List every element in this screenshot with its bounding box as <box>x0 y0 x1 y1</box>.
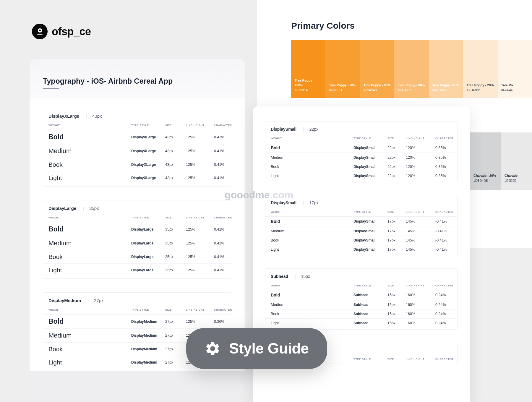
block-size: 27px <box>87 298 103 303</box>
type-style: DisplayLarge <box>131 268 165 272</box>
type-style: DisplayLarge <box>131 227 165 231</box>
character: 0.36% <box>214 320 241 324</box>
character: 0.41% <box>214 149 241 153</box>
grey-swatch: Charade - 20% #D3D4D5 <box>470 132 501 190</box>
type-style: Subhead <box>353 303 387 307</box>
swatch-name: Tree Poppy - 100% <box>295 78 322 88</box>
type-row: Light DisplaySmall 22px 120% 0.35% <box>265 171 457 180</box>
line-height: 120% <box>406 155 435 160</box>
type-style: DisplayXLarge <box>131 176 165 180</box>
weight-sample: Light <box>271 321 353 325</box>
line-height: 125% <box>186 149 214 153</box>
logo-text: ofsp_ce <box>52 25 91 38</box>
color-swatches: Tree Poppy - 100% #F7931A Tree Poppy - 9… <box>291 40 532 98</box>
line-height: 145% <box>406 219 435 223</box>
swatch-name: Tree Poppy - 80% <box>364 83 391 88</box>
line-height: 125% <box>186 255 214 259</box>
block-size: 22px <box>303 127 318 132</box>
type-row: Bold DisplaySmall 17px 145% -0.41% <box>265 217 457 226</box>
type-style: DisplayXLarge <box>131 149 165 153</box>
weight-sample: Light <box>271 174 353 178</box>
style-guide-badge: Style Guide <box>186 328 327 369</box>
weight-sample: Light <box>271 247 353 252</box>
character: 0.35% <box>435 155 462 160</box>
primary-colors-title: Primary Colors <box>291 21 532 31</box>
type-style: Subhead <box>353 312 387 316</box>
type-row: Bold DisplayMedium 27px 125% 0.36% <box>43 315 232 329</box>
swatch-hex: #FEF4E <box>501 88 528 93</box>
type-row: Medium DisplaySmall 17px 145% -0.41% <box>265 226 457 236</box>
type-block: DisplayXLarge 43px WEIGHTTYPE STYLESIZEL… <box>43 108 232 187</box>
type-row: Bold Subhead 15px 160% 0.24% <box>265 290 457 300</box>
table-header: WEIGHTTYPE STYLESIZELINE-HEIGHTCHARACTER <box>265 206 457 217</box>
type-style: DisplaySmall <box>353 229 387 233</box>
weight-sample: Medium <box>271 155 353 160</box>
type-size: 27px <box>165 333 186 338</box>
block-name: DisplaySmall <box>271 200 296 205</box>
type-style: DisplayMedium <box>131 320 165 324</box>
type-size: 15px <box>387 312 406 316</box>
block-size: 15px <box>295 274 310 279</box>
type-block: DisplaySmall 17px WEIGHTTYPE STYLESIZELI… <box>265 195 458 256</box>
grey-swatches: Charade - 20% #D3D4D5 Charade #E9E9E <box>470 130 532 248</box>
weight-sample: Book <box>271 238 353 242</box>
weight-sample: Light <box>48 359 131 366</box>
line-height: 160% <box>406 293 435 297</box>
type-style: DisplayXLarge <box>131 163 165 167</box>
typography-title: Typography - iOS- Airbnb Cereal App <box>43 77 232 85</box>
line-height: 160% <box>406 303 435 307</box>
type-size: 17px <box>387 229 406 233</box>
weight-sample: Bold <box>271 219 353 224</box>
character: 0.41% <box>214 268 241 272</box>
line-height: 125% <box>186 135 214 139</box>
block-size: 35px <box>83 206 99 211</box>
weight-sample: Bold <box>271 145 353 150</box>
color-swatch: Tree Poppy - 90% #F89E31 <box>325 40 360 98</box>
type-row: Light Subhead 15px 160% 0.24% <box>265 319 457 328</box>
type-style: DisplayLarge <box>131 255 165 259</box>
type-block: DisplaySmall 22px WEIGHTTYPE STYLESIZELI… <box>265 121 458 182</box>
character: 0.24% <box>435 303 462 307</box>
type-row: Book DisplaySmall 22px 120% 0.35% <box>265 162 457 171</box>
block-name: DisplayXLarge <box>48 114 79 119</box>
type-size: 17px <box>387 219 406 223</box>
type-row: Bold DisplayLarge 35px 125% 0.41% <box>43 222 232 236</box>
weight-sample: Bold <box>48 133 131 141</box>
type-row: Bold DisplaySmall 22px 120% 0.35% <box>265 143 457 153</box>
color-swatch: Tree Poppy - 80% #F9A948 <box>360 40 394 98</box>
swatch-hex: #FABE76 <box>398 88 425 93</box>
type-size: 43px <box>165 135 186 139</box>
type-size: 43px <box>165 149 186 153</box>
type-style: DisplaySmall <box>353 165 387 169</box>
type-size: 35px <box>165 241 186 245</box>
weight-sample: Book <box>271 312 353 316</box>
color-swatch: Tree Poppy - 40% #FCD4A3 <box>429 40 463 98</box>
type-row: Book DisplaySmall 17px 145% -0.41% <box>265 236 457 245</box>
block-name: DisplayLarge <box>48 206 76 211</box>
type-style: DisplaySmall <box>353 146 387 150</box>
type-block: Subhead 15px WEIGHTTYPE STYLESIZELINE-HE… <box>265 268 458 330</box>
swatch-name: Charade <box>505 173 528 178</box>
type-style: DisplaySmall <box>353 238 387 242</box>
line-height: 120% <box>406 165 435 169</box>
type-row: Medium Subhead 15px 160% 0.24% <box>265 300 457 309</box>
swatch-name: Tree Poppy - 40% <box>432 83 460 88</box>
block-name: Subhead <box>271 274 288 279</box>
block-size: 17px <box>303 200 318 205</box>
type-size: 43px <box>165 163 186 167</box>
type-size: 17px <box>387 238 406 242</box>
type-size: 15px <box>387 293 406 297</box>
type-style: DisplaySmall <box>353 174 387 178</box>
logo-icon <box>32 24 48 39</box>
weight-sample: Medium <box>48 147 131 155</box>
type-size: 22px <box>387 155 406 160</box>
type-size: 27px <box>165 347 186 351</box>
line-height: 125% <box>186 268 214 272</box>
character: 0.35% <box>435 165 462 169</box>
line-height: 125% <box>186 176 214 180</box>
line-height: 145% <box>406 247 435 252</box>
type-style: DisplayXLarge <box>131 135 165 139</box>
character: 0.24% <box>435 321 462 325</box>
type-style: DisplayMedium <box>131 360 165 364</box>
swatch-hex: #F7931A <box>295 88 322 93</box>
